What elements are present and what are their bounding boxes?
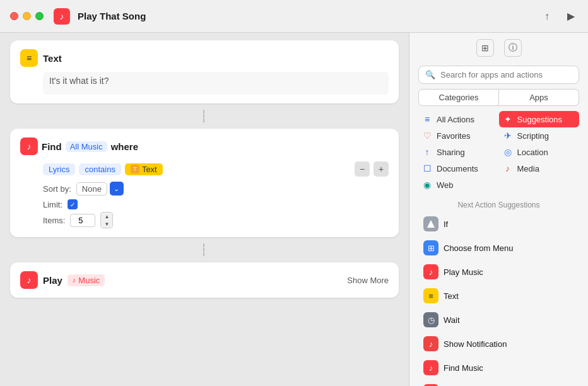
tab-categories[interactable]: Categories xyxy=(418,89,499,106)
limit-checkbox[interactable]: ✓ xyxy=(68,199,78,209)
text-card-title: Text xyxy=(43,53,62,64)
remove-filter-button[interactable]: − xyxy=(355,161,370,177)
suggestions-icon: ✦ xyxy=(503,114,513,124)
play-card: ♪ Play ♪ Music Show More xyxy=(10,262,399,298)
separator-1 xyxy=(10,108,399,124)
text-card-header: ≡ Text xyxy=(20,49,389,67)
if-icon xyxy=(423,216,438,231)
add-filter-button[interactable]: + xyxy=(373,161,389,177)
cat-favorites[interactable]: ♡ Favorites xyxy=(418,127,499,144)
location-icon: ◎ xyxy=(503,147,513,157)
find-music-tag[interactable]: All Music xyxy=(66,141,107,152)
limit-row: Limit: ✓ xyxy=(43,199,389,209)
cat-scripting[interactable]: ✈ Scripting xyxy=(499,127,580,144)
workflow-panel: ≡ Text It's it what is it? ♪ Find All Mu… xyxy=(0,33,409,386)
search-input-wrap: 🔍 xyxy=(418,66,579,84)
suggestion-select-music[interactable]: ♪ Select Music xyxy=(418,380,579,386)
svg-marker-0 xyxy=(427,220,435,228)
cat-sharing[interactable]: ↑ Sharing xyxy=(418,144,499,160)
text-card-content: It's it what is it? xyxy=(20,72,389,95)
suggestion-play-music[interactable]: ♪ Play Music xyxy=(418,260,579,284)
suggestion-show-notification[interactable]: ♪ Show Notification xyxy=(418,332,579,356)
all-actions-label: All Actions xyxy=(437,115,474,124)
filter-actions: − + xyxy=(355,161,389,177)
suggestion-wait-label: Wait xyxy=(444,315,460,325)
find-card-icon: ♪ xyxy=(20,137,38,155)
suggestion-if-label: If xyxy=(444,219,448,229)
separator-dot-2 xyxy=(203,243,206,256)
text-input-area[interactable]: It's it what is it? xyxy=(43,72,389,95)
play-header: ♪ Play ♪ Music Show More xyxy=(20,271,389,289)
category-tabs: Categories Apps xyxy=(409,89,588,111)
filter-text-tag[interactable]: T Text xyxy=(125,163,163,175)
suggestion-find-music-label: Find Music xyxy=(444,363,483,373)
titlebar: ♪ Play That Song ↑ ▶ xyxy=(0,0,588,33)
stepper-up[interactable]: ▲ xyxy=(101,213,112,220)
cat-all-actions[interactable]: ≡ All Actions xyxy=(418,111,499,127)
cat-suggestions[interactable]: ✦ Suggestions xyxy=(499,111,580,127)
cat-location[interactable]: ◎ Location xyxy=(499,144,580,160)
suggestion-find-music[interactable]: ♪ Find Music xyxy=(418,356,579,380)
titlebar-actions: ↑ ▶ xyxy=(540,9,578,23)
play-music-icon: ♪ xyxy=(423,264,438,279)
right-toolbar: ⊞ ⓘ xyxy=(409,33,588,59)
media-label: Media xyxy=(517,164,539,173)
sharing-label: Sharing xyxy=(437,148,465,157)
filter-contains[interactable]: contains xyxy=(79,163,121,175)
maximize-button[interactable] xyxy=(35,12,44,20)
library-button[interactable]: ⊞ xyxy=(476,39,494,57)
share-button[interactable]: ↑ xyxy=(540,9,554,23)
play-button[interactable]: ▶ xyxy=(564,9,578,23)
sort-dropdown-arrow[interactable]: ⌄ xyxy=(110,182,124,196)
web-icon: ◉ xyxy=(422,180,432,190)
suggestion-choose-menu[interactable]: ⊞ Choose from Menu xyxy=(418,236,579,260)
play-music-tag[interactable]: ♪ Music xyxy=(68,274,105,286)
sort-row: Sort by: None ⌄ xyxy=(43,182,389,196)
filter-text-label: Text xyxy=(142,165,157,174)
suggestion-text[interactable]: ≡ Text xyxy=(418,284,579,308)
traffic-lights xyxy=(10,12,44,20)
web-label: Web xyxy=(437,180,454,190)
sort-value: None xyxy=(76,182,107,196)
info-button[interactable]: ⓘ xyxy=(504,39,522,57)
find-card: ♪ Find All Music where Lyrics contains T… xyxy=(10,129,399,237)
tab-apps[interactable]: Apps xyxy=(499,89,579,106)
close-button[interactable] xyxy=(10,12,18,20)
suggestion-play-music-label: Play Music xyxy=(444,267,483,277)
filter-lyrics[interactable]: Lyrics xyxy=(43,163,75,175)
search-bar: 🔍 xyxy=(409,59,588,89)
location-label: Location xyxy=(517,148,548,157)
text-suggestion-icon: ≡ xyxy=(423,288,438,303)
cat-documents[interactable]: ☐ Documents xyxy=(418,160,499,177)
search-input[interactable] xyxy=(440,70,572,79)
cat-web[interactable]: ◉ Web xyxy=(418,177,499,193)
main-layout: ≡ Text It's it what is it? ♪ Find All Mu… xyxy=(0,33,588,386)
suggestion-wait[interactable]: ◷ Wait xyxy=(418,308,579,332)
music-tag-icon: ♪ xyxy=(73,276,76,284)
sharing-icon: ↑ xyxy=(422,147,432,157)
notification-icon: ♪ xyxy=(423,336,438,351)
suggestion-if[interactable]: If xyxy=(418,212,579,236)
items-input[interactable] xyxy=(70,214,95,227)
choose-menu-icon: ⊞ xyxy=(423,240,438,255)
find-music-icon: ♪ xyxy=(423,360,438,375)
separator-2 xyxy=(10,242,399,257)
filter-row: Lyrics contains T Text − + xyxy=(43,161,389,177)
sort-select-wrap[interactable]: None ⌄ xyxy=(76,182,124,196)
stepper-down[interactable]: ▼ xyxy=(101,220,112,228)
show-more-button[interactable]: Show More xyxy=(347,276,389,285)
documents-label: Documents xyxy=(437,164,478,173)
action-categories: ≡ All Actions ✦ Suggestions ♡ Favorites … xyxy=(409,111,588,197)
all-actions-icon: ≡ xyxy=(422,114,432,124)
items-label: Items: xyxy=(43,216,65,225)
suggestions-section: Next Action Suggestions If ⊞ Choose from… xyxy=(409,197,588,386)
app-icon: ♪ xyxy=(54,8,70,25)
sort-label: Sort by: xyxy=(43,184,71,194)
documents-icon: ☐ xyxy=(422,163,432,173)
music-tag-label: Music xyxy=(78,276,100,285)
cat-media[interactable]: ♪ Media xyxy=(499,160,580,177)
where-label: where xyxy=(111,141,138,152)
find-label: Find xyxy=(42,141,62,152)
minimize-button[interactable] xyxy=(23,12,31,20)
text-icon: T xyxy=(131,165,139,173)
